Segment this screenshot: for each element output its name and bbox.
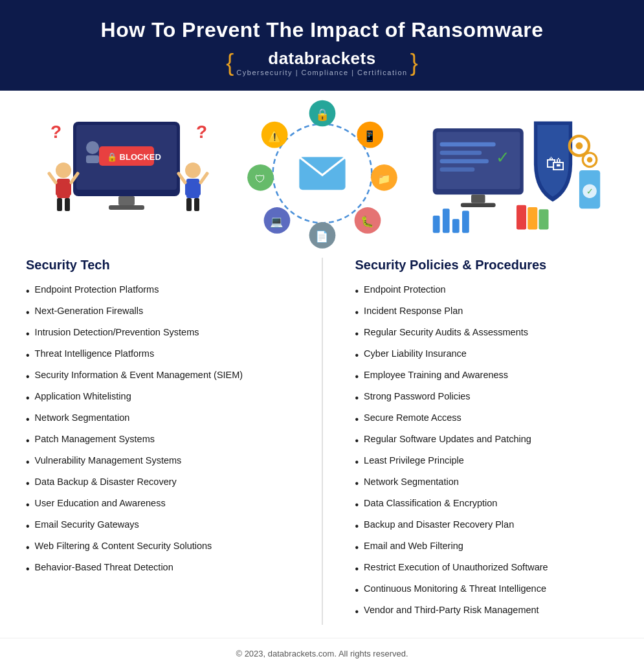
svg-rect-12 bbox=[185, 183, 190, 196]
brace-open-icon: { bbox=[226, 49, 234, 76]
svg-rect-29 bbox=[442, 208, 449, 233]
tech-list-item: Behavior-Based Threat Detection bbox=[26, 561, 289, 577]
tech-list-item: Endpoint Protection Platforms bbox=[26, 283, 289, 299]
blocked-monitor-illustration: ? ? 🔒 BLOCKED bbox=[38, 109, 219, 238]
security-policies-column: Security Policies & Procedures Endpoint … bbox=[355, 258, 619, 625]
svg-rect-19 bbox=[439, 150, 482, 154]
blocked-text: 🔒 BLOCKED bbox=[107, 152, 161, 163]
page-title: How To Prevent The Impact of Ransomware bbox=[26, 18, 618, 42]
svg-point-0 bbox=[86, 141, 99, 154]
tech-list-item: User Education and Awareness bbox=[26, 497, 289, 513]
security-policies-title: Security Policies & Procedures bbox=[355, 258, 619, 273]
policy-list-item: Cyber Liability Insurance bbox=[355, 347, 619, 363]
policy-list-item: Email and Web Filtering bbox=[355, 539, 619, 556]
svg-rect-30 bbox=[452, 219, 459, 233]
tech-list-item: Intrusion Detection/Prevention Systems bbox=[26, 326, 289, 342]
security-tech-title: Security Tech bbox=[26, 258, 289, 273]
policy-list-item: Regular Software Updates and Patching bbox=[355, 433, 619, 449]
policy-list-item: Continuous Monitoring & Threat Intellige… bbox=[355, 582, 619, 598]
svg-rect-15 bbox=[194, 198, 199, 211]
policy-list-item: Data Classification & Encryption bbox=[355, 497, 619, 513]
policy-list-item: Vendor and Third-Party Risk Management bbox=[355, 603, 619, 620]
svg-rect-5 bbox=[66, 183, 71, 196]
brace-close-icon: } bbox=[410, 49, 418, 76]
policy-list-item: Endpoint Protection bbox=[355, 283, 619, 299]
monitor-base bbox=[109, 205, 144, 210]
svg-rect-20 bbox=[439, 159, 488, 163]
brand-name: databrackets bbox=[236, 49, 407, 69]
warning-icon: ⚠️ bbox=[267, 129, 281, 143]
mobile-icon: 📱 bbox=[363, 129, 377, 143]
svg-line-8 bbox=[49, 174, 56, 183]
shield-icon: 🛡 bbox=[255, 173, 266, 185]
security-tech-column: Security Tech Endpoint Protection Platfo… bbox=[26, 258, 289, 625]
check-icon: ✓ bbox=[495, 148, 509, 166]
svg-rect-14 bbox=[186, 198, 192, 211]
content-area: Security Tech Endpoint Protection Platfo… bbox=[0, 245, 644, 631]
svg-rect-23 bbox=[460, 203, 495, 207]
svg-rect-7 bbox=[65, 198, 70, 211]
monitor-stand bbox=[118, 196, 135, 205]
svg-rect-13 bbox=[195, 183, 201, 196]
page-footer: © 2023, databrackets.com. All rights res… bbox=[0, 638, 644, 663]
doc-icon: 📄 bbox=[315, 230, 329, 243]
tech-list-item: Network Segmentation bbox=[26, 411, 289, 427]
svg-rect-33 bbox=[527, 207, 537, 229]
svg-rect-32 bbox=[516, 205, 526, 229]
svg-rect-6 bbox=[57, 198, 62, 211]
email-security-illustration: 🔒 📱 📁 🐛 📄 💻 🛡 ⚠️ bbox=[232, 109, 413, 238]
svg-rect-22 bbox=[471, 194, 485, 203]
policy-list-item: Network Segmentation bbox=[355, 475, 619, 491]
svg-point-25 bbox=[586, 157, 592, 163]
tech-list-item: Next-Generation Firewalls bbox=[26, 304, 289, 320]
bug-icon: 🐛 bbox=[361, 215, 374, 229]
tech-list-item: Data Backup & Disaster Recovery bbox=[26, 475, 289, 491]
brand-text: databrackets Cybersecurity | Compliance … bbox=[236, 49, 407, 76]
illus2-svg: 🔒 📱 📁 🐛 📄 💻 🛡 ⚠️ bbox=[232, 95, 413, 252]
policy-list-item: Backup and Disaster Recovery Plan bbox=[355, 518, 619, 534]
security-policies-list: Endpoint ProtectionIncident Response Pla… bbox=[355, 283, 619, 620]
svg-rect-21 bbox=[439, 167, 474, 171]
tech-list-item: Email Security Gateways bbox=[26, 518, 289, 534]
policy-list-item: Secure Remote Access bbox=[355, 411, 619, 427]
svg-line-17 bbox=[201, 174, 207, 183]
svg-rect-34 bbox=[539, 209, 548, 229]
question-mark-right: ? bbox=[196, 122, 207, 142]
tech-list-item: Application Whitelisting bbox=[26, 390, 289, 406]
illustrations-section: ? ? 🔒 BLOCKED bbox=[0, 91, 644, 245]
question-mark-left: ? bbox=[50, 122, 61, 142]
policy-list-item: Employee Training and Awareness bbox=[355, 368, 619, 385]
svg-point-24 bbox=[575, 142, 583, 150]
svg-rect-18 bbox=[439, 142, 495, 146]
policy-list-item: Restrict Execution of Unauthorized Softw… bbox=[355, 561, 619, 577]
illus3-svg: ✓ 🛍 ✓ bbox=[426, 107, 607, 240]
tech-list-item: Web Filtering & Content Security Solutio… bbox=[26, 539, 289, 556]
tech-list-item: Vulnerability Management Systems bbox=[26, 454, 289, 470]
tech-list-item: Threat Intelligence Platforms bbox=[26, 347, 289, 363]
copyright-text: © 2023, databrackets.com. All rights res… bbox=[236, 649, 408, 658]
illus1-svg: ? ? 🔒 BLOCKED bbox=[38, 109, 219, 238]
policy-list-item: Incident Response Plan bbox=[355, 304, 619, 320]
shield-lock: 🛍 bbox=[546, 153, 565, 174]
page-header: How To Prevent The Impact of Ransomware … bbox=[0, 0, 644, 91]
policy-list-item: Strong Password Policies bbox=[355, 390, 619, 406]
svg-point-10 bbox=[185, 163, 201, 178]
svg-rect-31 bbox=[462, 210, 469, 232]
svg-point-2 bbox=[56, 163, 71, 178]
folder-icon: 📁 bbox=[377, 172, 390, 186]
svg-rect-1 bbox=[86, 155, 99, 163]
column-divider bbox=[322, 258, 323, 625]
laptop-icon: 💻 bbox=[270, 215, 283, 229]
lock-icon: 🔒 bbox=[315, 107, 330, 122]
brand-logo: { databrackets Cybersecurity | Complianc… bbox=[26, 49, 618, 76]
svg-text:✓: ✓ bbox=[586, 186, 593, 196]
svg-rect-4 bbox=[56, 183, 61, 196]
policy-list-item: Least Privilege Principle bbox=[355, 454, 619, 470]
svg-rect-28 bbox=[432, 216, 439, 233]
brand-tagline: Cybersecurity | Compliance | Certificati… bbox=[236, 69, 407, 76]
tech-list-item: Security Information & Event Management … bbox=[26, 368, 289, 385]
tech-list-item: Patch Management Systems bbox=[26, 433, 289, 449]
security-tech-list: Endpoint Protection PlatformsNext-Genera… bbox=[26, 283, 289, 577]
shield-devices-illustration: ✓ 🛍 ✓ bbox=[426, 109, 607, 238]
policy-list-item: Regular Security Audits & Assessments bbox=[355, 326, 619, 342]
